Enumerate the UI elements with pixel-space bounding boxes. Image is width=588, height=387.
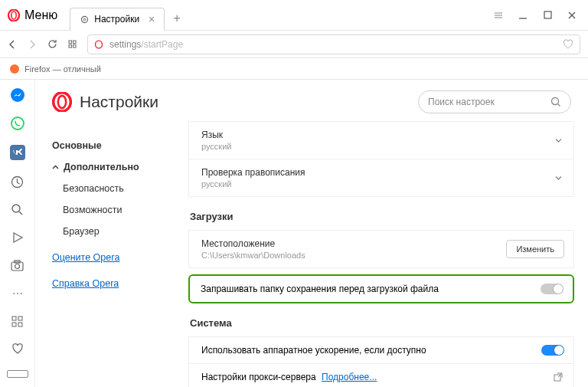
opera-logo-icon	[8, 9, 20, 21]
location-value: C:\Users\kmwar\Downloads	[201, 251, 543, 260]
nav-rate-opera[interactable]: Оцените Opera	[52, 247, 188, 268]
svg-point-12	[11, 117, 24, 130]
reload-button[interactable]	[47, 39, 61, 49]
whatsapp-icon[interactable]	[9, 116, 26, 130]
page-title: Настройки	[80, 93, 158, 111]
window-controls	[493, 10, 588, 21]
tab-close-icon[interactable]: ×	[149, 13, 155, 25]
nav-help-opera[interactable]: Справка Opera	[52, 273, 188, 294]
change-location-button[interactable]: Изменить	[506, 240, 564, 258]
url-text: settings/startPage	[109, 39, 183, 50]
back-button[interactable]	[8, 40, 21, 49]
left-sidebar: ⋯	[0, 80, 35, 387]
settings-nav: Основные Дополнительно Безопасность Возм…	[35, 121, 188, 387]
svg-point-15	[12, 205, 20, 212]
open-external-icon	[554, 372, 563, 382]
nav-security[interactable]: Безопасность	[52, 178, 188, 199]
sidebar-collapse-icon[interactable]	[7, 370, 28, 378]
nav-main[interactable]: Основные	[52, 135, 188, 156]
svg-point-25	[552, 98, 559, 105]
spellcheck-row[interactable]: Проверка правописания русский	[188, 159, 574, 197]
chevron-down-icon	[554, 136, 563, 145]
search-sidebar-icon[interactable]	[9, 203, 26, 217]
svg-rect-16	[11, 262, 23, 271]
svg-point-3	[83, 18, 86, 21]
nav-browser[interactable]: Браузер	[52, 221, 188, 242]
addressbar: settings/startPage	[0, 31, 588, 58]
firefox-icon	[9, 64, 20, 74]
tab-settings[interactable]: Настройки ×	[70, 8, 165, 31]
language-value: русский	[201, 142, 543, 151]
play-icon[interactable]	[9, 231, 26, 244]
settings-content: Настройки Поиск настроек Основные Дополн…	[35, 80, 588, 387]
hw-accel-label: Использовать аппаратное ускорение, если …	[201, 345, 426, 356]
language-label: Язык	[201, 130, 543, 140]
tab-label: Настройки	[94, 14, 139, 25]
svg-rect-21	[12, 323, 16, 326]
settings-header: Настройки Поиск настроек	[35, 80, 588, 121]
close-button[interactable]	[567, 10, 577, 21]
ask-folder-row[interactable]: Запрашивать папку сохранения перед загру…	[188, 274, 574, 303]
hw-accel-toggle[interactable]	[541, 345, 564, 356]
url-input[interactable]: settings/startPage	[87, 34, 580, 54]
settings-body: Основные Дополнительно Безопасность Возм…	[35, 121, 588, 387]
bookmarks-bar: Firefox — отличный	[0, 58, 588, 80]
camera-icon[interactable]	[9, 258, 26, 272]
proxy-row[interactable]: Настройки прокси-сервера Подробнее...	[188, 364, 574, 387]
svg-point-2	[82, 16, 88, 22]
main-area: ⋯ Настройки Поиск настроек Основные Допо…	[0, 80, 588, 387]
nav-features[interactable]: Возможности	[52, 199, 188, 221]
svg-point-17	[15, 264, 20, 268]
proxy-learn-more-link[interactable]: Подробнее...	[322, 372, 377, 382]
svg-point-24	[58, 96, 66, 108]
settings-search-input[interactable]: Поиск настроек	[418, 90, 571, 113]
language-row[interactable]: Язык русский	[188, 121, 574, 159]
svg-rect-6	[74, 41, 77, 44]
minimize-button[interactable]	[518, 10, 528, 21]
titlebar: Меню Настройки × +	[0, 0, 588, 31]
vk-icon[interactable]	[9, 144, 26, 161]
chevron-down-icon	[554, 174, 563, 182]
opera-small-icon	[94, 40, 103, 49]
ask-folder-toggle[interactable]	[541, 284, 564, 294]
heart-sidebar-icon[interactable]	[9, 342, 26, 356]
search-icon	[550, 97, 561, 107]
location-label: Местоположение	[201, 238, 543, 249]
svg-rect-19	[12, 316, 16, 320]
proxy-label: Настройки прокси-сервера	[201, 372, 316, 382]
svg-rect-4	[544, 11, 551, 18]
svg-rect-22	[18, 323, 22, 326]
maximize-button[interactable]	[542, 10, 553, 21]
svg-point-1	[11, 11, 16, 19]
menu-button[interactable]: Меню	[0, 0, 65, 30]
opera-header-icon	[52, 92, 72, 112]
search-placeholder: Поиск настроек	[428, 97, 495, 107]
ask-folder-label: Запрашивать папку сохранения перед загру…	[201, 284, 439, 294]
spellcheck-value: русский	[201, 179, 543, 189]
svg-rect-8	[74, 45, 77, 48]
new-tab-button[interactable]: +	[168, 11, 186, 25]
system-section-title: Система	[190, 317, 574, 329]
apps-icon[interactable]	[9, 314, 26, 328]
settings-panel: Язык русский Проверка правописания русск…	[188, 121, 588, 387]
dots-icon[interactable]: ⋯	[9, 287, 26, 300]
downloads-section-title: Загрузки	[190, 211, 574, 222]
heart-icon[interactable]	[563, 39, 573, 50]
svg-rect-5	[69, 41, 72, 44]
gear-icon	[80, 15, 90, 25]
spellcheck-label: Проверка правописания	[201, 167, 543, 178]
history-icon[interactable]	[9, 175, 26, 189]
easy-setup-icon[interactable]	[493, 10, 504, 21]
forward-button[interactable]	[28, 40, 41, 49]
download-location-row: Местоположение C:\Users\kmwar\Downloads …	[188, 230, 574, 268]
svg-rect-20	[18, 316, 22, 320]
svg-point-9	[96, 41, 103, 48]
home-button[interactable]	[67, 39, 81, 49]
bookmark-item[interactable]: Firefox — отличный	[24, 64, 101, 74]
svg-point-10	[10, 64, 19, 74]
messenger-icon[interactable]	[9, 87, 26, 103]
chevron-up-icon	[52, 164, 59, 171]
nav-advanced[interactable]: Дополнительно	[52, 156, 188, 178]
hw-accel-row[interactable]: Использовать аппаратное ускорение, если …	[188, 336, 574, 364]
svg-rect-7	[69, 45, 72, 48]
